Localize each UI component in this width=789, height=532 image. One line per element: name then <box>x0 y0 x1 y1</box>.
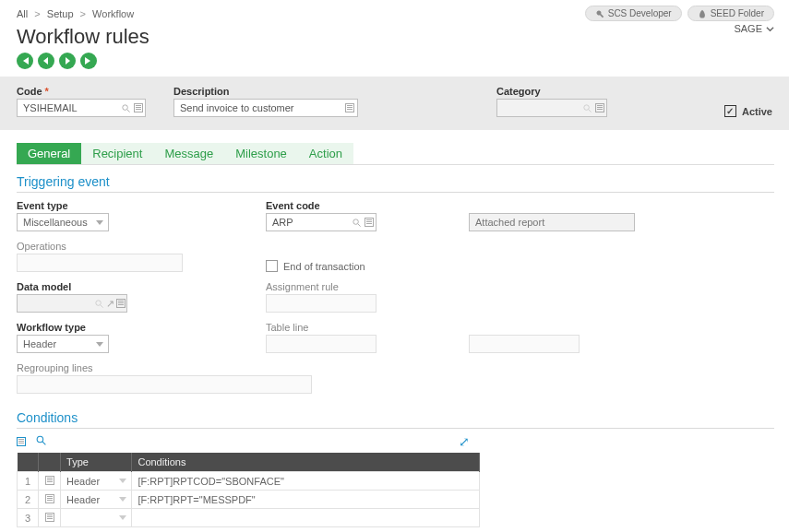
row-type-cell[interactable]: Header <box>61 472 132 491</box>
record-nav <box>0 53 789 77</box>
row-number: 1 <box>18 472 39 491</box>
svg-point-8 <box>37 436 43 443</box>
event-code-menu-icon[interactable] <box>364 218 376 227</box>
row-number: 2 <box>18 491 39 509</box>
data-model-input[interactable] <box>18 296 93 311</box>
code-input-wrap <box>17 99 146 117</box>
conditions-grid-icon[interactable] <box>17 434 26 449</box>
description-input-wrap <box>173 99 358 117</box>
svg-point-6 <box>96 300 102 305</box>
breadcrumb: All > Setup > Workflow <box>17 8 134 19</box>
seed-folder-label: SEED Folder <box>711 8 764 18</box>
tab-recipient[interactable]: Recipient <box>81 143 153 164</box>
leaf-icon <box>698 9 707 18</box>
table-row: 1 Header [F:RPT]RPTCOD="SBONFACE" <box>18 472 480 491</box>
category-search-icon[interactable] <box>581 103 593 113</box>
col-type[interactable]: Type <box>61 453 132 472</box>
event-code-label: Event code <box>266 200 450 211</box>
regrouping-lines-label: Regrouping lines <box>17 362 450 373</box>
tab-milestone[interactable]: Milestone <box>224 143 298 164</box>
table-line-label: Table line <box>266 322 450 333</box>
svg-line-5 <box>358 223 361 226</box>
svg-line-7 <box>101 304 103 307</box>
svg-point-2 <box>584 104 590 110</box>
event-type-dropdown[interactable]: Miscellaneous <box>17 213 109 231</box>
end-of-transaction-checkbox[interactable]: End of transaction <box>266 260 450 272</box>
row-type-cell[interactable]: Header <box>61 491 132 509</box>
svg-line-3 <box>589 109 592 112</box>
row-condition-cell[interactable] <box>132 509 480 527</box>
data-model-label: Data model <box>17 281 247 292</box>
chevron-down-icon <box>766 25 774 33</box>
conditions-search-icon[interactable] <box>35 434 47 449</box>
row-menu-button[interactable] <box>39 472 61 491</box>
table-line-input <box>266 335 377 353</box>
description-menu-icon[interactable] <box>342 103 357 112</box>
data-model-search-icon[interactable] <box>93 299 104 309</box>
event-code-input[interactable] <box>267 215 351 230</box>
svg-point-0 <box>122 104 127 110</box>
row-condition-cell[interactable]: [F:RPT]RPT="MESSPDF" <box>132 491 480 509</box>
event-type-label: Event type <box>17 200 247 211</box>
table-row: 2 Header [F:RPT]RPT="MESSPDF" <box>18 491 480 509</box>
code-label: Code <box>17 86 146 97</box>
user-menu[interactable]: SAGE <box>734 23 774 34</box>
user-name: SAGE <box>734 23 762 34</box>
conditions-expand-icon[interactable]: ⤢ <box>459 434 470 449</box>
nav-last-button[interactable] <box>80 53 97 69</box>
description-label: Description <box>173 86 358 97</box>
section-triggering-event: Triggering event <box>17 174 774 193</box>
active-checkbox[interactable]: ✓ Active <box>724 105 772 117</box>
nav-first-button[interactable] <box>17 53 33 69</box>
operations-label: Operations <box>17 241 247 252</box>
end-of-transaction-label: End of transaction <box>283 261 365 272</box>
event-code-search-icon[interactable] <box>351 218 363 228</box>
tab-message[interactable]: Message <box>153 143 224 164</box>
wrench-icon <box>595 9 604 18</box>
operations-input <box>17 254 183 272</box>
active-label: Active <box>742 106 772 117</box>
scs-developer-button[interactable]: SCS Developer <box>585 6 682 21</box>
nav-prev-button[interactable] <box>38 53 54 69</box>
assignment-rule-label: Assignment rule <box>266 281 450 292</box>
tab-action[interactable]: Action <box>298 143 353 164</box>
row-type-cell[interactable] <box>61 509 132 527</box>
category-input-wrap <box>496 99 607 117</box>
breadcrumb-setup[interactable]: Setup <box>47 8 74 19</box>
row-condition-cell[interactable]: [F:RPT]RPTCOD="SBONFACE" <box>132 472 480 491</box>
regrouping-lines-input <box>17 375 312 394</box>
code-input[interactable] <box>18 100 119 115</box>
workflow-type-dropdown[interactable]: Header <box>17 335 109 353</box>
category-label: Category <box>496 86 607 97</box>
seed-folder-button[interactable]: SEED Folder <box>687 6 774 21</box>
svg-point-4 <box>353 219 359 224</box>
category-menu-icon[interactable] <box>594 103 606 112</box>
data-model-goto-icon[interactable]: ↗ <box>104 298 115 310</box>
description-input[interactable] <box>174 100 342 115</box>
page-title: Workflow rules <box>17 25 149 49</box>
code-menu-icon[interactable] <box>132 103 145 112</box>
col-conditions[interactable]: Conditions <box>132 453 480 472</box>
table-row: 3 <box>18 509 480 527</box>
row-menu-button[interactable] <box>39 509 61 527</box>
data-model-menu-icon[interactable] <box>115 299 126 308</box>
code-search-icon[interactable] <box>119 103 132 113</box>
table-line-extra-input <box>469 335 580 353</box>
svg-line-1 <box>126 109 129 112</box>
tab-general[interactable]: General <box>17 143 81 164</box>
assignment-rule-input <box>266 294 377 313</box>
workflow-type-label: Workflow type <box>17 322 247 333</box>
section-conditions: Conditions <box>17 410 774 429</box>
row-menu-button[interactable] <box>39 491 61 509</box>
breadcrumb-all[interactable]: All <box>17 8 28 19</box>
conditions-table: Type Conditions 1 Header [F:RPT]RPTCOD="… <box>17 453 480 527</box>
breadcrumb-workflow: Workflow <box>92 8 134 19</box>
scs-developer-label: SCS Developer <box>608 8 672 18</box>
row-number: 3 <box>18 509 39 527</box>
svg-line-9 <box>42 442 45 444</box>
nav-next-button[interactable] <box>59 53 76 69</box>
category-input[interactable] <box>497 100 581 115</box>
attached-report-input[interactable] <box>470 215 634 230</box>
